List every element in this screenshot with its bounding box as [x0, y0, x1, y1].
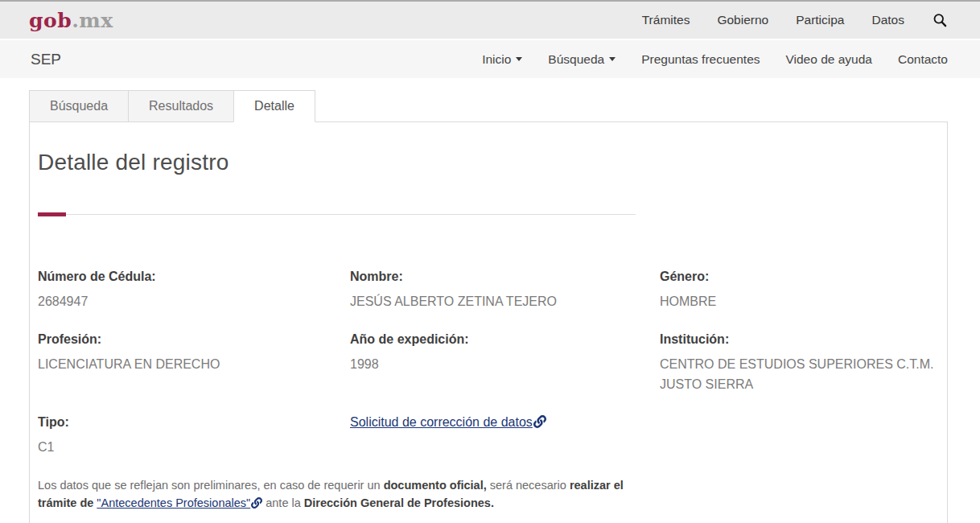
nav-inicio-label: Inicio — [482, 52, 511, 67]
record-fields: Número de Cédula: 2684947 Nombre: JESÚS … — [38, 270, 939, 457]
field-ano-expedicion: Año de expedición: 1998 — [350, 332, 660, 394]
nav-contacto[interactable]: Contacto — [898, 52, 948, 67]
topnav-participa[interactable]: Participa — [796, 13, 844, 27]
field-value: C1 — [38, 437, 350, 457]
field-label: Institución: — [660, 332, 939, 347]
disclaimer-seg-bold: documento oficial, — [384, 479, 487, 492]
divider-accent — [38, 212, 66, 216]
gobmx-logo[interactable]: gob.mx — [29, 9, 113, 32]
gobmx-topbar: gob.mx Trámites Gobierno Participa Datos — [0, 0, 980, 39]
tab-resultados[interactable]: Resultados — [128, 90, 234, 122]
nav-video-de-ayuda[interactable]: Video de ayuda — [786, 52, 872, 67]
divider-line — [38, 214, 636, 215]
topnav-gobierno[interactable]: Gobierno — [717, 13, 768, 27]
site-title: SEP — [31, 51, 61, 68]
field-value: 1998 — [350, 354, 660, 374]
link-icon — [251, 497, 262, 509]
field-nombre: Nombre: JESÚS ALBERTO ZETINA TEJERO — [350, 270, 660, 311]
logo-gob-text: gob — [29, 9, 72, 32]
field-institucion: Institución: CENTRO DE ESTUDIOS SUPERIOR… — [660, 332, 939, 394]
topnav-datos[interactable]: Datos — [872, 13, 905, 27]
field-value: HOMBRE — [660, 291, 939, 311]
nav-busqueda[interactable]: Búsqueda — [548, 52, 616, 67]
chevron-down-icon — [609, 57, 616, 61]
field-label: Nombre: — [350, 270, 660, 284]
antecedentes-profesionales-link[interactable]: "Antecedentes Profesionales" — [97, 496, 262, 509]
field-numero-cedula: Número de Cédula: 2684947 — [38, 270, 350, 311]
tab-detalle[interactable]: Detalle — [233, 90, 315, 122]
nav-inicio[interactable]: Inicio — [482, 52, 522, 67]
search-button[interactable] — [932, 12, 948, 28]
field-label: Profesión: — [38, 332, 350, 347]
disclaimer-seg: Los datos que se reflejan son preliminar… — [38, 479, 384, 492]
field-label: Año de expedición: — [350, 332, 660, 347]
main-content: Búsqueda Resultados Detalle Detalle del … — [0, 78, 980, 523]
field-label: Número de Cédula: — [38, 270, 350, 284]
correction-request-link-label: Solicitud de corrección de datos — [350, 415, 533, 429]
field-value: JESÚS ALBERTO ZETINA TEJERO — [350, 291, 660, 311]
field-value: 2684947 — [38, 291, 350, 311]
field-tipo: Tipo: C1 — [38, 415, 350, 457]
topnav: Trámites Gobierno Participa Datos — [642, 12, 948, 28]
chevron-down-icon — [516, 57, 522, 61]
tab-bar: Búsqueda Resultados Detalle — [29, 90, 948, 122]
disclaimer-seg: será necesario — [487, 479, 570, 492]
page-title: Detalle del registro — [38, 150, 939, 175]
detail-panel: Detalle del registro Número de Cédula: 2… — [29, 121, 948, 523]
disclaimer-seg: ante la — [262, 496, 304, 509]
search-icon — [932, 12, 948, 28]
correction-link-cell: Solicitud de corrección de datos — [350, 415, 660, 457]
empty-cell — [660, 415, 939, 457]
nav-busqueda-label: Búsqueda — [548, 52, 604, 67]
nav-preguntas-frecuentes[interactable]: Preguntas frecuentes — [641, 52, 760, 67]
title-divider — [38, 212, 636, 216]
field-genero: Género: HOMBRE — [660, 270, 939, 311]
antecedentes-profesionales-link-label: "Antecedentes Profesionales" — [97, 496, 250, 509]
field-value: CENTRO DE ESTUDIOS SUPERIORES C.T.M. JUS… — [660, 354, 939, 394]
tab-busqueda[interactable]: Búsqueda — [29, 90, 129, 122]
site-header: SEP Inicio Búsqueda Preguntas frecuentes… — [0, 40, 980, 78]
link-icon — [533, 415, 546, 428]
topnav-tramites[interactable]: Trámites — [642, 13, 690, 27]
site-nav: Inicio Búsqueda Preguntas frecuentes Vid… — [482, 52, 948, 67]
field-label: Tipo: — [38, 415, 350, 430]
field-profesion: Profesión: LICENCIATURA EN DERECHO — [38, 332, 350, 394]
field-value: LICENCIATURA EN DERECHO — [38, 354, 350, 374]
disclaimer-text: Los datos que se reflejan son preliminar… — [38, 476, 643, 512]
logo-mx-text: .mx — [72, 9, 113, 32]
disclaimer-seg-bold: Dirección General de Profesiones. — [304, 496, 494, 509]
field-label: Género: — [660, 270, 939, 284]
correction-request-link[interactable]: Solicitud de corrección de datos — [350, 415, 546, 429]
